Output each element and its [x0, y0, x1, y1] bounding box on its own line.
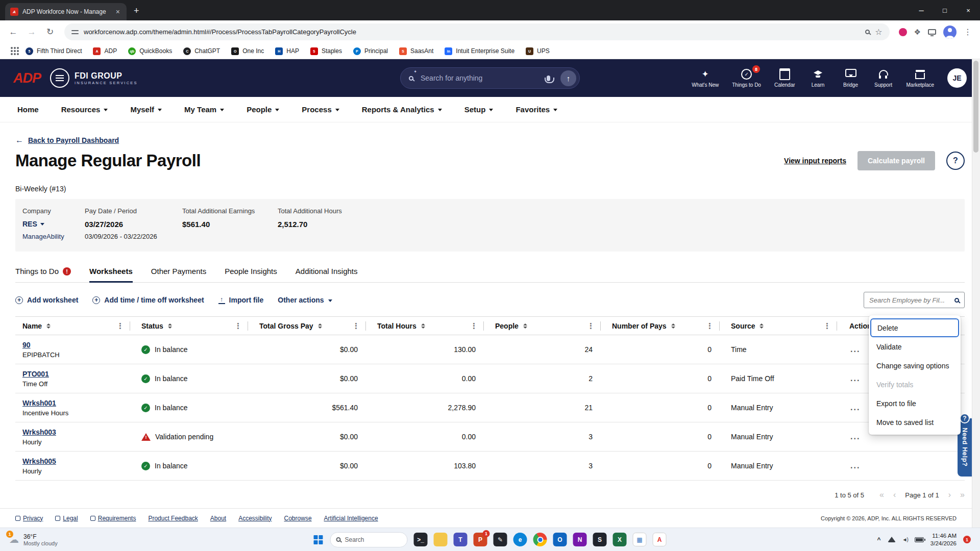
column-menu-icon[interactable]: ⋮ — [587, 321, 595, 331]
forward-icon[interactable]: → — [23, 24, 40, 40]
worksheet-link[interactable]: PTO001 — [22, 370, 49, 378]
row-actions-button[interactable]: ... — [850, 435, 860, 438]
import-file-button[interactable]: ↑ Import file — [218, 296, 264, 304]
column-menu-icon[interactable]: ⋮ — [352, 321, 360, 331]
header-icon[interactable]: What's New — [692, 68, 719, 88]
sort-icon[interactable] — [318, 323, 322, 329]
tray-expand-icon[interactable]: ^ — [877, 536, 881, 543]
edge-icon[interactable]: e — [513, 533, 527, 546]
worksheet-link[interactable]: 90 — [22, 341, 31, 349]
column-header[interactable]: Source ⋮ — [720, 317, 837, 335]
browser-tab[interactable]: A ADP Workforce Now - Manage × — [5, 3, 127, 20]
extensions-icon[interactable]: ❖ — [914, 28, 921, 37]
sort-icon[interactable] — [421, 323, 425, 329]
chrome-icon[interactable] — [533, 533, 547, 546]
browser-profile-avatar[interactable] — [943, 26, 957, 39]
powerpoint-icon[interactable]: P 1 — [474, 533, 487, 546]
footer-link[interactable]: Product Feedback — [148, 515, 198, 522]
menu-item-export-to-file[interactable]: Export to file — [869, 394, 961, 413]
sort-icon[interactable] — [671, 323, 675, 329]
other-actions-dropdown[interactable]: Other actions — [278, 296, 332, 304]
nav-process[interactable]: Process — [302, 105, 339, 114]
column-header[interactable]: Status ⋮ — [130, 317, 248, 335]
footer-link[interactable]: Legal — [55, 515, 78, 522]
taskbar-clock[interactable]: 11:46 AM 3/24/2026 — [930, 532, 957, 547]
close-button[interactable]: × — [957, 0, 980, 20]
bookmark-item[interactable]: qb QuickBooks — [128, 47, 172, 55]
tab-additional-insights[interactable]: Additional Insights — [296, 267, 358, 282]
next-page-icon[interactable]: › — [948, 490, 951, 499]
bookmark-item[interactable]: S Staples — [310, 47, 342, 55]
first-page-icon[interactable]: « — [879, 490, 884, 499]
sort-icon[interactable] — [523, 323, 527, 329]
url-bar[interactable]: workforcenow.adp.com/theme/admin.html#/P… — [64, 23, 890, 40]
refresh-icon[interactable]: ↻ — [42, 24, 58, 40]
column-menu-icon[interactable]: ⋮ — [234, 321, 242, 331]
nav-setup[interactable]: Setup — [464, 105, 494, 114]
excel-icon[interactable]: X — [613, 533, 627, 546]
device-icon[interactable] — [928, 29, 936, 35]
bookmark-item[interactable]: H HAP — [275, 47, 299, 55]
manageability-link[interactable]: ManageAbility — [22, 233, 85, 240]
add-worksheet-button[interactable]: Add worksheet — [15, 296, 78, 304]
site-info-icon[interactable] — [71, 29, 79, 35]
global-search-input[interactable]: ✦ Search for anything ↑ — [400, 67, 580, 89]
employee-search-input[interactable] — [869, 296, 950, 304]
pinned-extension-icon[interactable] — [899, 28, 907, 36]
bookmark-item[interactable]: S SaasAnt — [399, 47, 433, 55]
worksheet-link[interactable]: Wrksh001 — [22, 399, 56, 407]
help-button[interactable]: ? — [946, 152, 965, 170]
previous-page-icon[interactable]: ‹ — [893, 490, 896, 499]
dev-app-icon[interactable]: S — [593, 533, 607, 546]
calculate-payroll-button[interactable]: Calculate payroll — [857, 151, 935, 170]
calculator-icon[interactable]: ▦ — [633, 533, 647, 546]
teams-icon[interactable]: T — [454, 533, 468, 546]
bookmark-item[interactable]: A ADP — [93, 47, 117, 55]
footer-link[interactable]: Accessibility — [238, 515, 272, 522]
nav-resources[interactable]: Resources — [61, 105, 108, 114]
nav-home[interactable]: Home — [17, 105, 39, 114]
header-icon[interactable]: 8 Things to Do — [732, 68, 761, 88]
tab-other-payments[interactable]: Other Payments — [151, 267, 206, 282]
menu-item-verify-totals[interactable]: Verify totals — [869, 375, 961, 394]
tab-close-icon[interactable]: × — [114, 8, 121, 16]
sort-icon[interactable] — [46, 323, 51, 329]
row-actions-button[interactable]: ... — [850, 377, 860, 380]
header-icon[interactable]: Learn — [808, 68, 828, 88]
onenote-icon[interactable]: N — [573, 533, 587, 546]
browser-menu-icon[interactable]: ⋮ — [964, 27, 972, 37]
view-input-reports-link[interactable]: View input reports — [784, 157, 846, 165]
footer-link[interactable]: Requirements — [90, 515, 136, 522]
nav-people[interactable]: People — [247, 105, 279, 114]
start-button-icon[interactable] — [314, 535, 323, 544]
add-time-worksheet-button[interactable]: Add time / time off worksheet — [92, 296, 204, 304]
url-text[interactable]: workforcenow.adp.com/theme/admin.html#/P… — [84, 28, 860, 36]
row-actions-button[interactable]: ... — [850, 406, 860, 409]
column-menu-icon[interactable]: ⋮ — [116, 321, 124, 331]
sort-icon[interactable] — [168, 323, 172, 329]
search-icon[interactable] — [954, 298, 959, 303]
bookmark-item[interactable]: O One Inc — [231, 47, 264, 55]
back-to-payroll-dashboard-link[interactable]: Back to Payroll Dashboard — [28, 136, 119, 144]
header-icon[interactable]: Marketplace — [906, 68, 934, 88]
header-icon[interactable]: Calendar — [774, 68, 795, 88]
volume-icon[interactable]: ◄) — [902, 537, 908, 542]
footer-link[interactable]: Privacy — [15, 515, 43, 522]
tab-worksheets[interactable]: Worksheets — [89, 267, 133, 282]
column-header[interactable]: Total Gross Pay ⋮ — [248, 317, 366, 335]
battery-icon[interactable] — [915, 537, 924, 542]
row-actions-button[interactable]: ... — [850, 348, 860, 351]
file-explorer-icon[interactable] — [434, 533, 448, 546]
footer-link[interactable]: Artificial Intelligence — [324, 515, 378, 522]
microphone-icon[interactable] — [547, 76, 550, 81]
column-menu-icon[interactable]: ⋮ — [823, 321, 831, 331]
column-header[interactable]: Total Hours ⋮ — [366, 317, 484, 335]
header-icon[interactable]: Bridge — [841, 68, 861, 88]
terminal-icon[interactable]: >_ — [414, 533, 428, 546]
column-header[interactable]: Number of Pays ⋮ — [601, 317, 720, 335]
last-page-icon[interactable]: » — [960, 490, 965, 499]
bookmark-star-icon[interactable]: ☆ — [875, 27, 882, 37]
minimize-button[interactable]: ─ — [910, 0, 933, 20]
menu-item-move-to-saved-list[interactable]: Move to saved list — [869, 413, 961, 432]
menu-item-delete[interactable]: Delete — [870, 318, 959, 337]
